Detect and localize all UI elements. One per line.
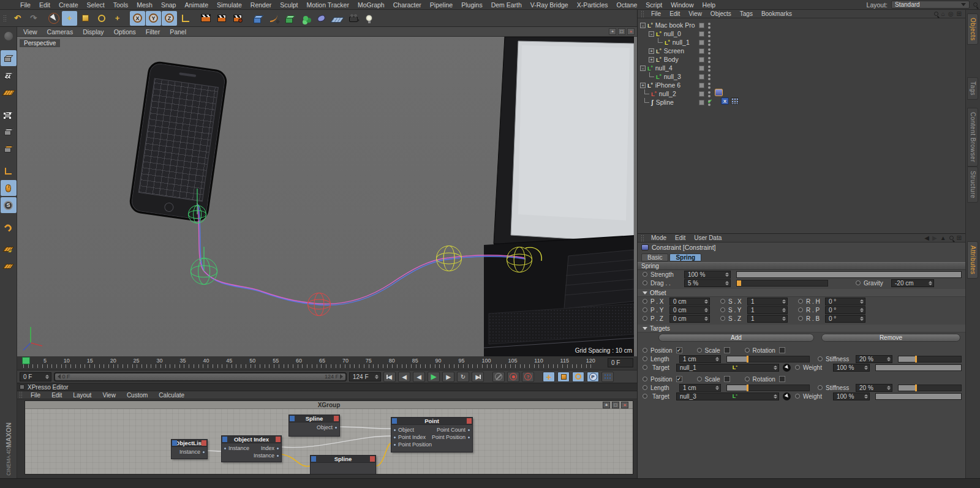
anim-dot-icon[interactable]: [643, 299, 647, 304]
weight-slider[interactable]: [875, 393, 962, 400]
anim-dot-icon[interactable]: [798, 316, 803, 321]
end-frame-field[interactable]: 124 F: [349, 372, 381, 381]
anim-dot-icon[interactable]: [720, 307, 725, 312]
search-icon[interactable]: [973, 2, 978, 7]
menu-item[interactable]: Help: [698, 1, 720, 9]
null-gizmo-red[interactable]: [307, 293, 331, 316]
sculpt-mode-button[interactable]: [1, 28, 17, 44]
attribute-menu-item[interactable]: Edit: [671, 235, 690, 241]
offset-value-field[interactable]: 1: [747, 315, 788, 323]
polygons-mode-button[interactable]: [1, 141, 17, 157]
object-manager-menu-item[interactable]: View: [684, 10, 706, 17]
anim-dot-icon[interactable]: [720, 299, 725, 304]
deformer-button[interactable]: [314, 11, 329, 26]
pick-object-button[interactable]: [783, 392, 791, 400]
node-input-corner[interactable]: [172, 440, 177, 446]
output-port[interactable]: [202, 451, 205, 454]
target-field[interactable]: null_1L: [676, 364, 779, 372]
rotation-checkbox[interactable]: [779, 347, 785, 353]
viewport-menu-item[interactable]: Filter: [141, 28, 165, 36]
rotation-checkbox[interactable]: [779, 376, 785, 382]
menu-item[interactable]: Motion Tracker: [302, 1, 353, 9]
xpresso-menu-item[interactable]: File: [25, 392, 46, 399]
viewport-menu-item[interactable]: Cameras: [42, 28, 78, 36]
xpresso-node-spline-top[interactable]: Spline Object: [288, 415, 340, 437]
offset-fold[interactable]: Offset: [638, 289, 965, 297]
stiffness-field[interactable]: 20 %: [856, 384, 892, 392]
output-port[interactable]: [334, 426, 337, 429]
input-port[interactable]: [224, 447, 227, 450]
anim-dot-icon[interactable]: [798, 299, 803, 304]
pane-move-icon[interactable]: +: [609, 28, 616, 35]
xpresso-menu-item[interactable]: Layout: [67, 392, 97, 399]
layer-chip[interactable]: [699, 83, 704, 88]
lock-panel-icon[interactable]: ⊞: [957, 235, 962, 241]
object-name[interactable]: Screen: [664, 47, 684, 54]
range-left-arrow[interactable]: [58, 374, 61, 379]
anim-dot-icon[interactable]: [643, 348, 647, 353]
xpresso-titlebar[interactable]: XPresso Editor: [17, 383, 637, 391]
object-manager-menu-item[interactable]: Edit: [665, 10, 684, 17]
viewport-canvas[interactable]: Perspective Grid Spacing : 10 cm: [17, 37, 637, 356]
targets-fold[interactable]: Targets: [638, 325, 965, 332]
visibility-dots[interactable]: [708, 23, 710, 25]
points-mode-button[interactable]: [1, 107, 17, 122]
expander-toggle[interactable]: +: [649, 48, 654, 54]
object-manager-menu-item[interactable]: Tags: [736, 10, 757, 17]
layout-dropdown[interactable]: Standard: [891, 1, 970, 9]
point-cache-tag[interactable]: [731, 97, 739, 105]
menu-item[interactable]: Tools: [109, 1, 133, 9]
live-selection-tool[interactable]: [46, 11, 61, 26]
visibility-dots[interactable]: [708, 31, 710, 34]
align-workplane-button[interactable]: [1, 258, 17, 274]
side-tab-structure[interactable]: Structure: [967, 167, 978, 203]
viewport-tweak-button[interactable]: [1, 180, 17, 196]
enabled-check-icon[interactable]: ✓: [707, 98, 712, 105]
input-port[interactable]: [393, 429, 396, 432]
input-port[interactable]: [393, 436, 396, 439]
layer-chip[interactable]: [699, 57, 704, 62]
stiffness-field[interactable]: 20 %: [856, 355, 892, 363]
autokey-button[interactable]: [507, 372, 519, 382]
y-axis-lock-button[interactable]: Y: [146, 11, 161, 26]
keyframe-help-button[interactable]: ?: [522, 372, 534, 382]
anim-dot-icon[interactable]: [818, 356, 823, 361]
menu-item[interactable]: Select: [83, 1, 109, 9]
output-port[interactable]: [276, 447, 279, 450]
axis-mode-button[interactable]: [1, 163, 17, 179]
tab-basic[interactable]: Basic: [641, 253, 668, 261]
anim-dot-icon[interactable]: [643, 280, 647, 285]
anim-dot-icon[interactable]: [798, 307, 803, 312]
pane-close-icon[interactable]: ×: [627, 28, 635, 35]
drag-slider[interactable]: [736, 280, 828, 287]
eye-icon[interactable]: ◎: [948, 11, 954, 17]
object-name[interactable]: iPhone 6: [655, 81, 680, 89]
node-input-corner[interactable]: [222, 437, 227, 442]
key-position-button[interactable]: +: [543, 372, 555, 382]
object-tree-row[interactable]: - L null_4: [638, 64, 965, 72]
object-tree-row[interactable]: + L iPhone 6: [638, 81, 965, 89]
viewport-menu-item[interactable]: Display: [78, 28, 108, 36]
anim-dot-icon[interactable]: [745, 377, 750, 381]
object-name[interactable]: Body: [664, 56, 679, 63]
current-frame-box[interactable]: 0 F: [608, 358, 633, 367]
object-tree-row[interactable]: + L Screen: [638, 47, 965, 55]
timeline-ruler[interactable]: 0510152025303540455055606570758085909510…: [17, 356, 637, 370]
anim-dot-icon[interactable]: [818, 385, 823, 390]
menu-item[interactable]: Sculpt: [276, 1, 302, 9]
output-port[interactable]: [276, 454, 279, 457]
length-slider[interactable]: [726, 356, 810, 362]
visibility-dots[interactable]: [708, 74, 710, 77]
visibility-dots[interactable]: [708, 66, 710, 68]
offset-value-field[interactable]: 0 °: [825, 306, 865, 314]
drag-field[interactable]: 5 %: [684, 279, 731, 287]
anim-dot-icon[interactable]: [643, 307, 647, 312]
attribute-menu-item[interactable]: Mode: [647, 235, 671, 241]
viewport-menu-item[interactable]: View: [18, 28, 42, 36]
edges-mode-button[interactable]: [1, 124, 17, 140]
previous-frame-button[interactable]: ◀: [413, 372, 425, 382]
strength-slider[interactable]: [736, 271, 962, 278]
weight-field[interactable]: 100 %: [833, 392, 870, 400]
camera-button[interactable]: [345, 11, 361, 26]
offset-value-field[interactable]: 1: [747, 298, 788, 306]
